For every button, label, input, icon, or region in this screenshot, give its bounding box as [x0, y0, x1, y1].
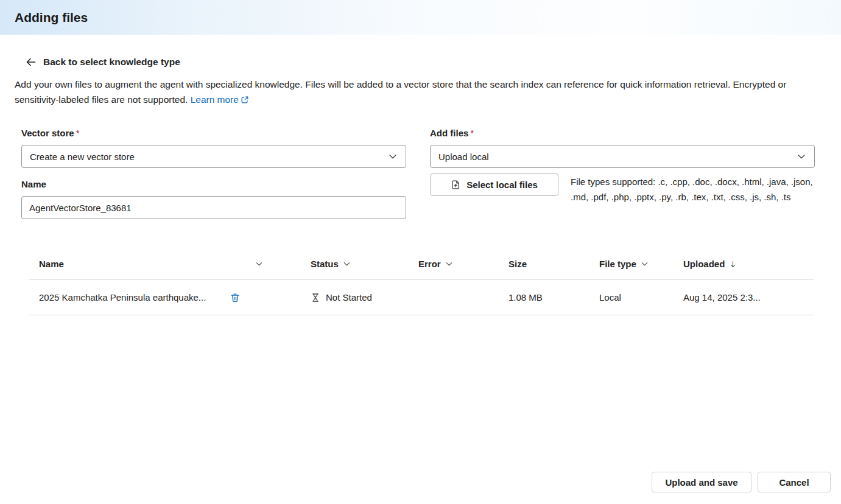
- file-type: Local: [599, 292, 621, 303]
- cancel-button[interactable]: Cancel: [758, 472, 831, 492]
- external-link-icon: [239, 92, 249, 107]
- add-files-label: Add files*: [430, 128, 474, 138]
- delete-file-button[interactable]: [228, 291, 242, 304]
- column-header-status-label: Status: [311, 259, 339, 269]
- column-header-name[interactable]: Name: [29, 259, 311, 269]
- back-arrow-icon: [26, 57, 36, 67]
- column-header-name-label: Name: [39, 259, 64, 269]
- description-text: Add your own files to augment the agent …: [15, 79, 786, 105]
- file-type-cell: Local: [599, 292, 683, 303]
- chevron-down-icon: [388, 152, 398, 161]
- chevron-down-icon: [255, 260, 263, 268]
- page-title: Adding files: [15, 10, 88, 25]
- column-header-uploaded-label: Uploaded: [683, 259, 725, 269]
- column-header-uploaded[interactable]: Uploaded: [683, 259, 814, 269]
- document-upload-icon: [451, 180, 461, 190]
- file-status-cell: Not Started: [311, 292, 418, 303]
- column-header-status[interactable]: Status: [311, 259, 418, 269]
- column-header-filetype[interactable]: File type: [599, 259, 683, 269]
- select-local-files-label: Select local files: [466, 180, 538, 190]
- file-size-cell: 1.08 MB: [508, 292, 599, 303]
- learn-more-link[interactable]: Learn more: [191, 94, 249, 105]
- file-uploaded-cell: Aug 14, 2025 2:3...: [683, 292, 814, 303]
- add-files-selected-value: Upload local: [438, 152, 489, 162]
- column-header-error[interactable]: Error: [418, 259, 508, 269]
- name-label: Name: [21, 179, 46, 189]
- select-local-files-button[interactable]: Select local files: [430, 173, 558, 196]
- chevron-down-icon: [343, 260, 351, 268]
- file-name: 2025 Kamchatka Peninsula earthquake...: [39, 292, 206, 303]
- chevron-down-icon: [445, 260, 453, 268]
- column-header-size[interactable]: Size: [508, 259, 599, 269]
- upload-and-save-button[interactable]: Upload and save: [652, 472, 751, 492]
- page-header: Adding files: [0, 0, 841, 35]
- back-link-label: Back to select knowledge type: [43, 57, 180, 68]
- add-files-select[interactable]: Upload local: [430, 145, 815, 168]
- adding-files-page: Adding files Back to select knowledge ty…: [0, 0, 841, 504]
- vector-store-name-input[interactable]: [21, 196, 406, 219]
- column-header-error-label: Error: [418, 259, 441, 269]
- add-files-label-text: Add files: [430, 128, 468, 138]
- vector-store-label: Vector store*: [21, 128, 80, 138]
- table-header-row: Name Status Error Size Fi: [29, 248, 814, 280]
- table-row[interactable]: 2025 Kamchatka Peninsula earthquake...: [29, 280, 814, 315]
- vector-store-select[interactable]: Create a new vector store: [21, 145, 406, 168]
- required-asterisk: *: [470, 128, 474, 138]
- file-status: Not Started: [326, 292, 372, 303]
- learn-more-label: Learn more: [191, 94, 239, 105]
- files-table: Name Status Error Size Fi: [29, 248, 814, 315]
- name-label-text: Name: [21, 179, 46, 189]
- description-paragraph: Add your own files to augment the agent …: [15, 77, 827, 107]
- vector-store-label-text: Vector store: [21, 128, 74, 138]
- column-header-size-label: Size: [508, 259, 527, 269]
- sort-descending-icon: [729, 260, 737, 268]
- trash-icon: [230, 292, 241, 303]
- file-types-supported-text: File types supported: .c, .cpp, .doc, .d…: [571, 174, 823, 205]
- file-size: 1.08 MB: [508, 292, 543, 303]
- required-asterisk: *: [76, 128, 80, 138]
- vector-store-selected-value: Create a new vector store: [30, 152, 135, 162]
- chevron-down-icon: [641, 260, 649, 268]
- file-uploaded: Aug 14, 2025 2:3...: [683, 292, 761, 303]
- column-header-filetype-label: File type: [599, 259, 636, 269]
- file-name-cell: 2025 Kamchatka Peninsula earthquake...: [29, 291, 311, 304]
- chevron-down-icon: [797, 152, 806, 161]
- back-to-knowledge-type-link[interactable]: Back to select knowledge type: [26, 57, 180, 68]
- hourglass-icon: [311, 293, 320, 303]
